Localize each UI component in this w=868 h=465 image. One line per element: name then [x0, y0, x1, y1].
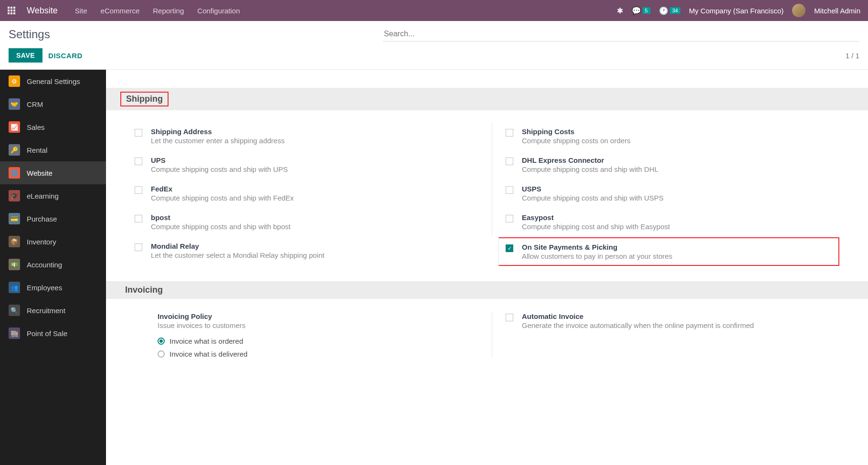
sidebar-item-pos[interactable]: 🏬Point of Sale — [0, 322, 106, 345]
sidebar-item-sales[interactable]: 📈Sales — [0, 116, 106, 138]
bug-icon[interactable]: ✱ — [617, 6, 623, 15]
setting-automatic-invoice: Automatic Invoice Generate the invoice a… — [492, 312, 849, 358]
sidebar-item-label: Point of Sale — [27, 329, 67, 338]
handshake-icon: 🤝 — [9, 98, 20, 110]
sidebar-item-accounting[interactable]: 💵Accounting — [0, 253, 106, 276]
pager: 1 / 1 — [846, 52, 859, 60]
chat-badge: 5 — [643, 7, 650, 14]
sidebar-item-inventory[interactable]: 📦Inventory — [0, 230, 106, 253]
setting-desc: Generate the invoice automatically when … — [522, 321, 849, 329]
money-icon: 💵 — [9, 259, 20, 270]
card-icon: 💳 — [9, 213, 20, 224]
sidebar-item-label: CRM — [27, 100, 43, 108]
sidebar-item-label: eLearning — [27, 192, 59, 200]
sidebar-item-label: Rental — [27, 146, 47, 154]
shop-icon: 🏬 — [9, 328, 20, 339]
setting-title: Mondial Relay — [151, 242, 482, 250]
setting-title: FedEx — [151, 185, 482, 193]
setting-shipping-address: Shipping AddressLet the customer enter a… — [135, 122, 492, 150]
setting-onsite-payments: ✓ On Site Payments & PickingAllow custom… — [498, 237, 839, 266]
setting-desc: Issue invoices to customers — [158, 321, 492, 329]
section-title-highlight: Shipping — [120, 92, 169, 106]
checkbox-shipping-costs[interactable] — [506, 129, 513, 137]
checkbox-bpost[interactable] — [135, 215, 142, 222]
section-invoicing-header: Invoicing — [106, 281, 868, 299]
sidebar-item-employees[interactable]: 👥Employees — [0, 276, 106, 299]
setting-desc: Compute shipping costs on orders — [522, 137, 839, 145]
radio-invoice-delivered[interactable]: Invoice what is delivered — [158, 350, 492, 358]
checkbox-usps[interactable] — [506, 186, 513, 194]
settings-sidebar: ⚙General Settings 🤝CRM 📈Sales 🔑Rental 🌐W… — [0, 70, 106, 465]
setting-desc: Compute shipping costs and ship with DHL — [522, 165, 839, 173]
sidebar-item-label: Employees — [27, 284, 62, 292]
settings-content: Shipping Shipping AddressLet the custome… — [106, 70, 868, 465]
chart-icon: 📈 — [9, 121, 20, 133]
sidebar-item-elearning[interactable]: 🎓eLearning — [0, 184, 106, 207]
apps-icon[interactable] — [8, 7, 15, 14]
menu-configuration[interactable]: Configuration — [197, 7, 240, 15]
clock-icon[interactable]: 🕐34 — [659, 6, 680, 15]
company-selector[interactable]: My Company (San Francisco) — [689, 7, 783, 15]
checkbox-automatic-invoice[interactable] — [506, 314, 513, 321]
checkbox-dhl[interactable] — [506, 158, 513, 165]
sidebar-item-label: Recruitment — [27, 306, 65, 315]
sidebar-item-recruitment[interactable]: 🔍Recruitment — [0, 299, 106, 322]
sidebar-item-label: Sales — [27, 123, 45, 131]
checkbox-ups[interactable] — [135, 158, 142, 165]
radio-invoice-ordered[interactable]: Invoice what is ordered — [158, 337, 492, 345]
setting-shipping-costs: Shipping CostsCompute shipping costs on … — [492, 122, 849, 150]
chat-icon[interactable]: 💬5 — [632, 6, 650, 15]
magnify-icon: 🔍 — [9, 305, 20, 316]
sidebar-item-label: Purchase — [27, 215, 57, 223]
radio-label: Invoice what is delivered — [169, 350, 247, 358]
setting-fedex: FedExCompute shipping costs and ship wit… — [135, 179, 492, 208]
menu-reporting[interactable]: Reporting — [153, 7, 184, 15]
setting-desc: Let the customer select a Mondial Relay … — [151, 251, 482, 259]
app-title: Website — [27, 6, 58, 16]
checkbox-easypost[interactable] — [506, 215, 513, 222]
setting-title: UPS — [151, 156, 482, 164]
sidebar-item-purchase[interactable]: 💳Purchase — [0, 207, 106, 230]
box-icon: 📦 — [9, 236, 20, 247]
checkbox-mondial-relay[interactable] — [135, 243, 142, 251]
avatar[interactable] — [792, 4, 805, 17]
setting-desc: Allow customers to pay in person at your… — [522, 252, 831, 260]
setting-title: Easypost — [522, 213, 839, 222]
setting-title: bpost — [151, 213, 482, 222]
setting-title: DHL Express Connector — [522, 156, 839, 164]
setting-ups: UPSCompute shipping costs and ship with … — [135, 150, 492, 179]
menu-ecommerce[interactable]: eCommerce — [101, 7, 140, 15]
setting-easypost: EasypostCompute shipping cost and ship w… — [492, 208, 849, 236]
key-icon: 🔑 — [9, 144, 20, 156]
checkbox-fedex[interactable] — [135, 186, 142, 194]
menu-site[interactable]: Site — [75, 7, 87, 15]
sidebar-item-label: Website — [27, 169, 53, 177]
checkbox-shipping-address[interactable] — [135, 129, 142, 137]
sidebar-item-label: Accounting — [27, 261, 62, 269]
setting-dhl: DHL Express ConnectorCompute shipping co… — [492, 150, 849, 179]
people-icon: 👥 — [9, 282, 20, 293]
save-button[interactable]: SAVE — [9, 48, 42, 63]
user-name[interactable]: Mitchell Admin — [814, 7, 860, 15]
checkbox-onsite-payments[interactable]: ✓ — [506, 244, 513, 252]
graduation-icon: 🎓 — [9, 190, 20, 201]
clock-badge: 34 — [670, 7, 680, 14]
sidebar-item-crm[interactable]: 🤝CRM — [0, 93, 106, 116]
setting-usps: USPSCompute shipping costs and ship with… — [492, 179, 849, 208]
setting-desc: Compute shipping costs and ship with USP… — [522, 194, 839, 202]
sidebar-item-rental[interactable]: 🔑Rental — [0, 138, 106, 161]
discard-button[interactable]: DISCARD — [48, 52, 83, 60]
sidebar-item-label: General Settings — [27, 77, 80, 85]
setting-invoicing-policy: Invoicing Policy Issue invoices to custo… — [135, 312, 492, 358]
search-input[interactable] — [383, 27, 859, 42]
setting-title: Shipping Address — [151, 127, 482, 136]
setting-desc: Compute shipping cost and ship with Easy… — [522, 222, 839, 231]
setting-bpost: bpostCompute shipping costs and ship wit… — [135, 208, 492, 236]
sidebar-item-general-settings[interactable]: ⚙General Settings — [0, 70, 106, 93]
setting-title: Shipping Costs — [522, 127, 839, 136]
setting-desc: Compute shipping costs and ship with UPS — [151, 165, 482, 173]
radio-label: Invoice what is ordered — [169, 337, 243, 345]
sidebar-item-website[interactable]: 🌐Website — [0, 161, 106, 184]
setting-desc: Compute shipping costs and ship with bpo… — [151, 222, 482, 231]
setting-desc: Compute shipping costs and ship with Fed… — [151, 194, 482, 202]
